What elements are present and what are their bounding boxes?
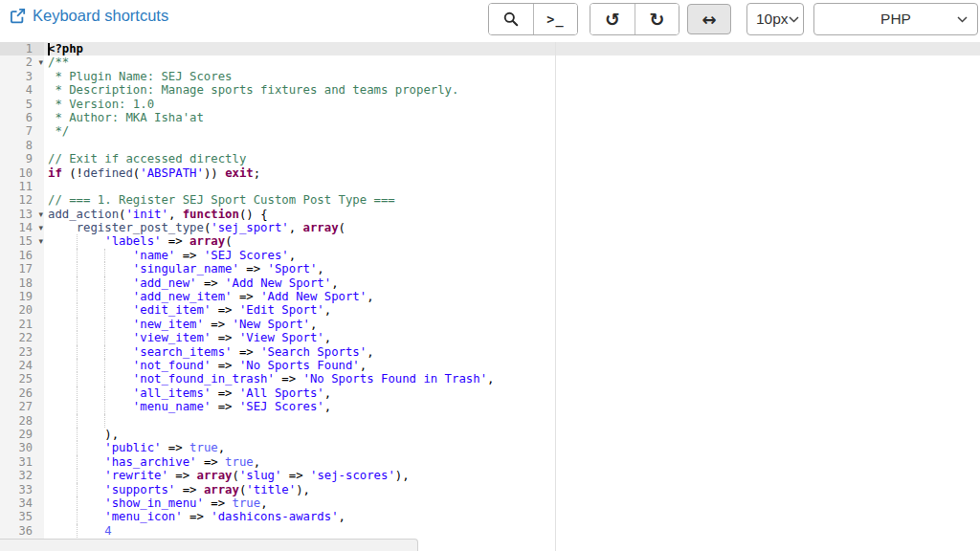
code-line-content[interactable]: 'menu_icon' => 'dashicons-awards', [44, 510, 980, 523]
code-line[interactable]: 17 'singular_name' => 'Sport', [0, 262, 980, 276]
code-line-content[interactable]: register_post_type('sej_sport', array( [44, 221, 980, 234]
code-line[interactable]: 28 [0, 414, 980, 428]
code-line[interactable]: 22 'view_item' => 'View Sport', [0, 331, 980, 344]
code-line-content[interactable]: 'add_new' => 'Add New Sport', [44, 276, 980, 290]
code-line[interactable]: 8 [0, 139, 980, 152]
toolbar: Keyboard shortcuts >_ [0, 0, 980, 42]
code-line[interactable]: 11 [0, 180, 980, 193]
line-number: 4 [0, 83, 44, 97]
code-line-content[interactable]: 'new_item' => 'New Sport', [44, 318, 980, 331]
code-line-content[interactable]: <?php [44, 42, 980, 55]
fold-arrow-icon[interactable]: ▾ [38, 55, 43, 69]
code-editor[interactable]: 1<?php2▾/**3 * Plugin Name: SEJ Scores4 … [0, 42, 980, 551]
code-line-content[interactable]: 'has_archive' => true, [44, 455, 980, 469]
code-line-content[interactable]: * Author: MKA Isha'at [44, 111, 980, 124]
line-number: 28 [0, 414, 44, 428]
code-token: => [211, 400, 239, 413]
code-token: (! [62, 166, 83, 180]
undo-button[interactable]: ↺ [590, 4, 635, 34]
font-size-select[interactable]: 10px [746, 3, 804, 35]
code-line-content[interactable]: 'menu_name' => 'SEJ Scores', [44, 400, 980, 413]
code-line[interactable]: 26 'all_items' => 'All Sports', [0, 386, 980, 400]
code-line[interactable]: 34 'show_in_menu' => true, [0, 496, 980, 510]
code-line[interactable]: 24 'not_found' => 'No Sports Found', [0, 359, 980, 372]
code-token: => [183, 510, 212, 523]
code-line-content[interactable]: 'public' => true, [44, 441, 980, 454]
code-line[interactable]: 30 'public' => true, [0, 441, 980, 454]
code-line[interactable]: 29 ), [0, 428, 980, 441]
code-line[interactable]: 15▾ 'labels' => array( [0, 234, 980, 248]
indent-guide [77, 359, 78, 372]
code-line-content[interactable] [44, 180, 980, 193]
code-line[interactable]: 32 'rewrite' => array('slug' => 'sej-sco… [0, 469, 980, 482]
code-line[interactable]: 18 'add_new' => 'Add New Sport', [0, 276, 980, 290]
code-line-content[interactable]: 'labels' => array( [44, 234, 980, 248]
fold-arrow-icon[interactable]: ▾ [38, 221, 43, 234]
code-line-content[interactable]: 'view_item' => 'View Sport', [44, 331, 980, 344]
redo-button[interactable]: ↻ [635, 4, 679, 34]
code-line[interactable]: 13▾add_action('init', function() { [0, 208, 980, 221]
code-line[interactable]: 14▾ register_post_type('sej_sport', arra… [0, 221, 980, 234]
code-line-content[interactable]: 'add_new_item' => 'Add New Sport', [44, 290, 980, 303]
code-line-content[interactable] [44, 139, 980, 152]
code-line[interactable]: 20 'edit_item' => 'Edit Sport', [0, 303, 980, 317]
code-token: array [303, 221, 339, 234]
code-line-content[interactable]: 'supports' => array('title'), [44, 483, 980, 496]
code-line[interactable]: 9// Exit if accessed directly [0, 152, 980, 165]
fold-arrow-icon[interactable]: ▾ [38, 208, 43, 221]
console-button[interactable]: >_ [533, 4, 577, 34]
code-line-content[interactable]: 'show_in_menu' => true, [44, 496, 980, 510]
code-line[interactable]: 5 * Version: 1.0 [0, 98, 980, 111]
code-line-content[interactable]: 'all_items' => 'All Sports', [44, 386, 980, 400]
code-line[interactable]: 25 'not_found_in_trash' => 'No Sports Fo… [0, 372, 980, 386]
code-line[interactable]: 21 'new_item' => 'New Sport', [0, 318, 980, 331]
code-line-content[interactable]: if (!defined('ABSPATH')) exit; [44, 166, 980, 180]
code-line[interactable]: 6 * Author: MKA Isha'at [0, 111, 980, 124]
code-line[interactable]: 35 'menu_icon' => 'dashicons-awards', [0, 510, 980, 523]
code-token: 'SEJ Scores' [204, 249, 289, 262]
code-line[interactable]: 36 4 [0, 524, 980, 538]
code-line-content[interactable]: 4 [44, 524, 980, 538]
line-number: 21 [0, 318, 44, 331]
fullwidth-toggle-button[interactable]: ↔ [687, 4, 731, 34]
code-line-content[interactable]: 'not_found_in_trash' => 'No Sports Found… [44, 372, 980, 386]
code-line-content[interactable]: 'name' => 'SEJ Scores', [44, 249, 980, 262]
code-line[interactable]: 23 'search_items' => 'Search Sports', [0, 345, 980, 359]
code-line-content[interactable]: ), [44, 428, 980, 441]
code-token: ), [395, 469, 410, 482]
language-select[interactable]: PHP [813, 3, 978, 35]
code-line[interactable]: 10if (!defined('ABSPATH')) exit; [0, 166, 980, 180]
code-line[interactable]: 7 */ [0, 124, 980, 138]
code-line-content[interactable] [44, 414, 980, 428]
code-line-content[interactable]: * Version: 1.0 [44, 98, 980, 111]
code-line[interactable]: 4 * Description: Manage sports fixtures … [0, 83, 980, 97]
fold-arrow-icon[interactable]: ▾ [38, 234, 43, 248]
code-line-content[interactable]: 'singular_name' => 'Sport', [44, 262, 980, 276]
code-line-content[interactable]: add_action('init', function() { [44, 208, 980, 221]
keyboard-shortcuts-link[interactable]: Keyboard shortcuts [10, 7, 168, 25]
code-line[interactable]: 2▾/** [0, 55, 980, 69]
code-line[interactable]: 1<?php [0, 42, 980, 55]
code-line-content[interactable]: * Plugin Name: SEJ Scores [44, 70, 980, 83]
code-line-content[interactable]: 'edit_item' => 'Edit Sport', [44, 303, 980, 317]
search-button[interactable] [489, 4, 533, 34]
code-line-content[interactable]: 'search_items' => 'Search Sports', [44, 345, 980, 359]
code-line[interactable]: 16 'name' => 'SEJ Scores', [0, 249, 980, 262]
code-line-content[interactable]: // Exit if accessed directly [44, 152, 980, 165]
code-token: )) [204, 166, 225, 180]
code-line[interactable]: 33 'supports' => array('title'), [0, 483, 980, 496]
code-line-content[interactable]: 'not_found' => 'No Sports Found', [44, 359, 980, 372]
code-line[interactable]: 19 'add_new_item' => 'Add New Sport', [0, 290, 980, 303]
code-line-content[interactable]: // === 1. Register SEJ Sport Custom Post… [44, 193, 980, 207]
code-line[interactable]: 27 'menu_name' => 'SEJ Scores', [0, 400, 980, 413]
code-line-content[interactable]: 'rewrite' => array('slug' => 'sej-scores… [44, 469, 980, 482]
code-line-content[interactable]: */ [44, 124, 980, 138]
code-line[interactable]: 12// === 1. Register SEJ Sport Custom Po… [0, 193, 980, 207]
code-line-content[interactable]: /** [44, 55, 980, 69]
code-line[interactable]: 31 'has_archive' => true, [0, 455, 980, 469]
line-number: 7 [0, 124, 44, 138]
editor-lines: 1<?php2▾/**3 * Plugin Name: SEJ Scores4 … [0, 42, 980, 551]
code-token: 'menu_name' [133, 400, 211, 413]
code-line-content[interactable]: * Description: Manage sports fixtures an… [44, 83, 980, 97]
code-line[interactable]: 3 * Plugin Name: SEJ Scores [0, 70, 980, 83]
